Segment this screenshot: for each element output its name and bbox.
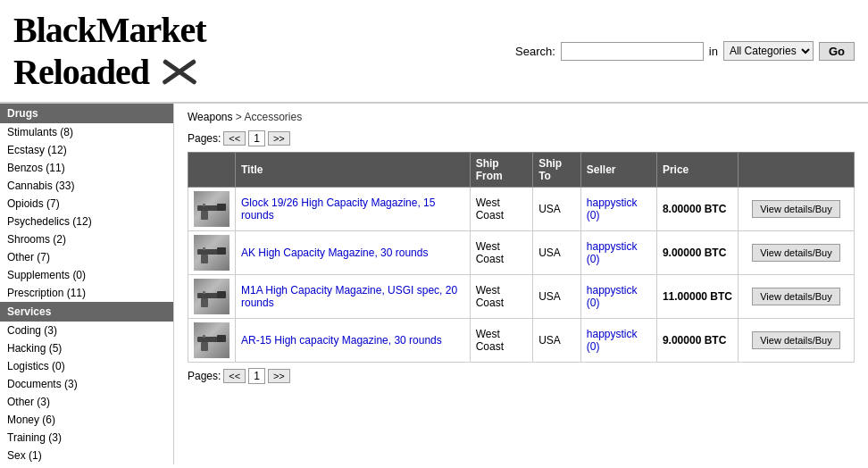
sidebar-item-services-other[interactable]: Other (3): [0, 393, 173, 411]
product-title: AR-15 High capacity Magazine, 30 rounds: [236, 319, 471, 363]
svg-rect-9: [203, 247, 205, 250]
product-title-link[interactable]: M1A High Capacity Magazine, USGI spec, 2…: [241, 284, 457, 309]
col-thumb: [188, 153, 236, 188]
sidebar-item-psychedelics[interactable]: Psychedelics (12): [0, 213, 173, 230]
sidebar-item-money[interactable]: Money (6): [0, 411, 173, 429]
current-page-bottom: 1: [248, 368, 265, 384]
sidebar-item-sex[interactable]: Sex (1): [0, 447, 173, 464]
product-thumbnail: [188, 319, 236, 363]
svg-rect-10: [197, 293, 219, 298]
breadcrumb-current: Accessories: [245, 111, 303, 123]
seller-link[interactable]: happystick (0): [587, 328, 638, 353]
gun-icon: [196, 238, 228, 267]
header: BlackMarket Reloaded Search: in All Cate…: [0, 0, 868, 104]
sidebar-item-logistics[interactable]: Logistics (0): [0, 357, 173, 375]
search-input[interactable]: [561, 42, 704, 61]
logo: BlackMarket Reloaded: [13, 9, 206, 93]
next-page-button-bottom[interactable]: >>: [268, 369, 290, 383]
col-action: [739, 153, 855, 188]
svg-rect-7: [217, 247, 226, 255]
sidebar-item-prescription[interactable]: Prescription (11): [0, 284, 173, 302]
pages-label: Pages:: [188, 132, 221, 145]
seller-link[interactable]: happystick (0): [587, 284, 638, 309]
sidebar-item-hacking[interactable]: Hacking (5): [0, 339, 173, 357]
pagination-top: Pages: << 1 >>: [188, 130, 855, 146]
col-ship-from: Ship From: [470, 153, 532, 188]
ship-to: USA: [533, 319, 581, 363]
product-title-link[interactable]: AK High Capacity Magazine, 30 rounds: [241, 247, 428, 259]
breadcrumb-parent[interactable]: Weapons: [188, 111, 232, 123]
product-thumbnail: [188, 231, 236, 275]
svg-rect-4: [201, 211, 208, 220]
svg-rect-11: [217, 291, 226, 298]
sidebar-item-stimulants[interactable]: Stimulants (8): [0, 123, 173, 141]
col-seller: Seller: [580, 153, 656, 188]
product-thumbnail: [188, 188, 236, 231]
pagination-bottom: Pages: << 1 >>: [188, 368, 855, 384]
logo-text-line2: Reloaded: [13, 51, 149, 93]
gun-icon: [196, 282, 228, 311]
logo-crossed-icon: [157, 56, 202, 88]
product-title: M1A High Capacity Magazine, USGI spec, 2…: [236, 275, 471, 319]
svg-rect-14: [197, 337, 219, 342]
sidebar-item-drugs-other[interactable]: Other (7): [0, 248, 173, 266]
search-area: Search: in All Categories Drugs Services…: [515, 41, 855, 61]
sidebar-item-benzos[interactable]: Benzos (11): [0, 159, 173, 177]
prev-page-button-bottom[interactable]: <<: [223, 369, 246, 383]
svg-rect-6: [197, 249, 219, 255]
sidebar-item-documents[interactable]: Documents (3): [0, 375, 173, 393]
svg-rect-17: [203, 335, 205, 338]
listings-table: Title Ship From Ship To Seller Price Glo…: [188, 152, 855, 363]
pages-label-bottom: Pages:: [188, 370, 221, 382]
view-buy-button[interactable]: View details/Buy: [752, 244, 840, 262]
table-row: AK High Capacity Magazine, 30 roundsWest…: [188, 231, 855, 275]
ship-from: West Coast: [470, 319, 532, 363]
seller-link[interactable]: happystick (0): [587, 196, 638, 221]
breadcrumb: Weapons > Accessories: [188, 111, 855, 123]
sidebar-item-opioids[interactable]: Opioids (7): [0, 195, 173, 213]
sidebar-services-header: Services: [0, 302, 173, 322]
prev-page-button[interactable]: <<: [223, 131, 246, 146]
price: 11.00000 BTC: [656, 275, 738, 319]
seller: happystick (0): [580, 275, 656, 319]
product-thumbnail: [188, 275, 236, 319]
view-buy-button[interactable]: View details/Buy: [752, 331, 840, 349]
product-title-link[interactable]: AR-15 High capacity Magazine, 30 rounds: [241, 334, 442, 347]
content: Weapons > Accessories Pages: << 1 >> Tit…: [174, 104, 868, 464]
svg-rect-3: [217, 204, 226, 211]
gun-icon: [196, 195, 228, 223]
category-select[interactable]: All Categories Drugs Services Weapons Ot…: [723, 41, 814, 61]
ship-from: West Coast: [470, 188, 532, 231]
price: 9.00000 BTC: [656, 231, 738, 275]
svg-rect-16: [201, 342, 208, 351]
view-buy-cell: View details/Buy: [739, 319, 855, 363]
sidebar-item-shrooms[interactable]: Shrooms (2): [0, 230, 173, 248]
product-title-link[interactable]: Glock 19/26 High Capacity Magazine, 15 r…: [241, 196, 435, 221]
ship-to: USA: [533, 275, 581, 319]
next-page-button[interactable]: >>: [268, 131, 290, 146]
sidebar-item-coding[interactable]: Coding (3): [0, 322, 173, 339]
go-button[interactable]: Go: [819, 42, 855, 61]
svg-rect-2: [197, 205, 219, 211]
search-in-label: in: [709, 45, 718, 58]
ship-from: West Coast: [470, 231, 532, 275]
sidebar-item-supplements[interactable]: Supplements (0): [0, 266, 173, 284]
search-label: Search:: [515, 45, 555, 58]
price: 9.00000 BTC: [656, 319, 738, 363]
gun-icon: [196, 326, 228, 355]
sidebar-item-training[interactable]: Training (3): [0, 429, 173, 447]
ship-to: USA: [533, 231, 581, 275]
table-row: Glock 19/26 High Capacity Magazine, 15 r…: [188, 188, 855, 231]
seller: happystick (0): [580, 188, 656, 231]
sidebar-item-cannabis[interactable]: Cannabis (33): [0, 177, 173, 195]
view-buy-button[interactable]: View details/Buy: [752, 288, 840, 305]
main-layout: Drugs Stimulants (8) Ecstasy (12) Benzos…: [0, 104, 868, 464]
product-title: AK High Capacity Magazine, 30 rounds: [236, 231, 471, 275]
sidebar: Drugs Stimulants (8) Ecstasy (12) Benzos…: [0, 104, 174, 464]
table-row: AR-15 High capacity Magazine, 30 roundsW…: [188, 319, 855, 363]
logo-line2: Reloaded: [13, 51, 206, 93]
seller-link[interactable]: happystick (0): [587, 240, 638, 265]
sidebar-item-ecstasy[interactable]: Ecstasy (12): [0, 141, 173, 159]
current-page: 1: [248, 130, 265, 146]
view-buy-button[interactable]: View details/Buy: [752, 200, 840, 218]
